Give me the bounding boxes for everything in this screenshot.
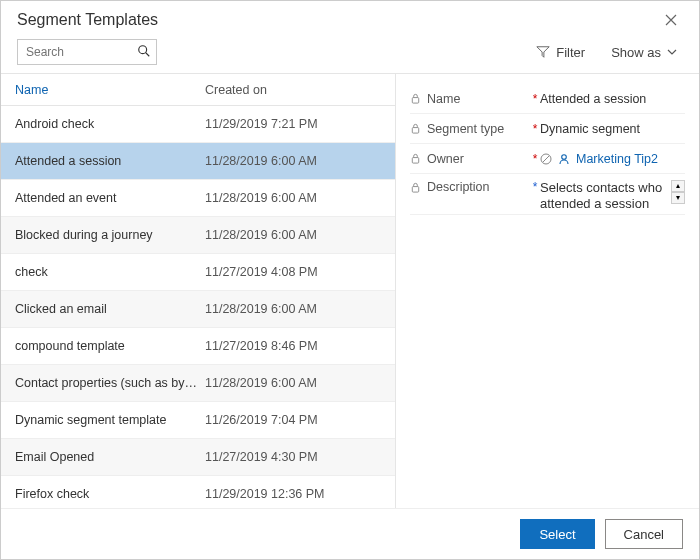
row-created: 11/28/2019 6:00 AM: [205, 376, 381, 390]
dialog-body: Name Created on Android check11/29/2019 …: [1, 74, 699, 508]
value-name: Attended a session: [540, 92, 685, 106]
search-field-wrap: [17, 39, 157, 65]
label-segment-type: Segment type: [427, 122, 504, 136]
search-input[interactable]: [17, 39, 157, 65]
titlebar: Segment Templates: [1, 1, 699, 35]
row-created: 11/28/2019 6:00 AM: [205, 302, 381, 316]
filter-icon: [536, 45, 550, 59]
required-marker: *: [530, 152, 540, 166]
select-button[interactable]: Select: [520, 519, 594, 549]
toolbar-right: Filter Show as: [530, 44, 683, 61]
column-header-created[interactable]: Created on: [205, 83, 381, 97]
field-name: Name * Attended a session: [410, 84, 685, 114]
table-row[interactable]: Email Opened11/27/2019 4:30 PM: [1, 439, 395, 476]
svg-rect-2: [412, 98, 418, 104]
lock-icon: [410, 153, 421, 164]
table-row[interactable]: check11/27/2019 4:08 PM: [1, 254, 395, 291]
description-spinner: ▴ ▾: [671, 180, 685, 204]
svg-rect-8: [412, 186, 418, 192]
filter-button[interactable]: Filter: [530, 44, 591, 61]
row-name: Dynamic segment template: [15, 413, 205, 427]
value-owner[interactable]: Marketing Tip2: [576, 152, 658, 166]
cancel-button[interactable]: Cancel: [605, 519, 683, 549]
row-name: Attended an event: [15, 191, 205, 205]
row-created: 11/29/2019 12:36 PM: [205, 487, 381, 501]
chevron-down-icon: [667, 47, 677, 57]
label-name: Name: [427, 92, 460, 106]
svg-point-7: [562, 154, 567, 159]
row-name: Email Opened: [15, 450, 205, 464]
unassign-icon[interactable]: [540, 153, 552, 165]
field-segment-type: Segment type * Dynamic segment: [410, 114, 685, 144]
table-row[interactable]: Dynamic segment template11/26/2019 7:04 …: [1, 402, 395, 439]
row-name: Blocked during a journey: [15, 228, 205, 242]
dialog-window: Segment Templates Filter Show as: [0, 0, 700, 560]
label-owner: Owner: [427, 152, 464, 166]
details-pane: Name * Attended a session Segment type *…: [396, 74, 699, 508]
row-name: Contact properties (such as by city): [15, 376, 205, 390]
table-row[interactable]: Android check11/29/2019 7:21 PM: [1, 106, 395, 143]
field-owner: Owner * Marketing Tip2: [410, 144, 685, 174]
row-name: Attended a session: [15, 154, 205, 168]
table-row[interactable]: Firefox check11/29/2019 12:36 PM: [1, 476, 395, 508]
row-created: 11/26/2019 7:04 PM: [205, 413, 381, 427]
row-created: 11/27/2019 4:30 PM: [205, 450, 381, 464]
table-row[interactable]: Attended an event11/28/2019 6:00 AM: [1, 180, 395, 217]
list-header: Name Created on: [1, 74, 395, 106]
table-row[interactable]: Attended a session11/28/2019 6:00 AM: [1, 143, 395, 180]
column-header-name[interactable]: Name: [15, 83, 205, 97]
lock-icon: [410, 182, 421, 193]
lock-icon: [410, 93, 421, 104]
row-name: Firefox check: [15, 487, 205, 501]
dialog-footer: Select Cancel: [1, 508, 699, 559]
list-scroll[interactable]: Android check11/29/2019 7:21 PMAttended …: [1, 106, 395, 508]
row-name: check: [15, 265, 205, 279]
table-row[interactable]: Clicked an email11/28/2019 6:00 AM: [1, 291, 395, 328]
lock-icon: [410, 123, 421, 134]
label-description: Description: [427, 180, 490, 194]
row-created: 11/28/2019 6:00 AM: [205, 191, 381, 205]
table-row[interactable]: compound template11/27/2019 8:46 PM: [1, 328, 395, 365]
row-name: Android check: [15, 117, 205, 131]
row-created: 11/28/2019 6:00 AM: [205, 154, 381, 168]
svg-rect-3: [412, 128, 418, 133]
filter-label: Filter: [556, 45, 585, 60]
svg-line-6: [543, 156, 549, 162]
show-as-button[interactable]: Show as: [605, 44, 683, 61]
scroll-down-button[interactable]: ▾: [671, 192, 685, 204]
row-created: 11/28/2019 6:00 AM: [205, 228, 381, 242]
scroll-up-button[interactable]: ▴: [671, 180, 685, 192]
template-list-pane: Name Created on Android check11/29/2019 …: [1, 74, 396, 508]
show-as-label: Show as: [611, 45, 661, 60]
table-row[interactable]: Contact properties (such as by city)11/2…: [1, 365, 395, 402]
row-created: 11/29/2019 7:21 PM: [205, 117, 381, 131]
required-marker: *: [530, 92, 540, 106]
table-row[interactable]: Blocked during a journey11/28/2019 6:00 …: [1, 217, 395, 254]
dialog-title: Segment Templates: [17, 11, 659, 29]
close-icon: [665, 14, 677, 26]
value-description: Selects contacts who attended a session: [540, 180, 671, 212]
recommended-marker: *: [530, 180, 540, 194]
required-marker: *: [530, 122, 540, 136]
toolbar: Filter Show as: [1, 35, 699, 74]
svg-rect-4: [412, 158, 418, 164]
value-segment-type: Dynamic segment: [540, 122, 685, 136]
close-button[interactable]: [659, 12, 683, 28]
row-name: Clicked an email: [15, 302, 205, 316]
row-created: 11/27/2019 8:46 PM: [205, 339, 381, 353]
row-created: 11/27/2019 4:08 PM: [205, 265, 381, 279]
field-description: Description * Selects contacts who atten…: [410, 174, 685, 215]
person-icon: [558, 153, 570, 165]
row-name: compound template: [15, 339, 205, 353]
